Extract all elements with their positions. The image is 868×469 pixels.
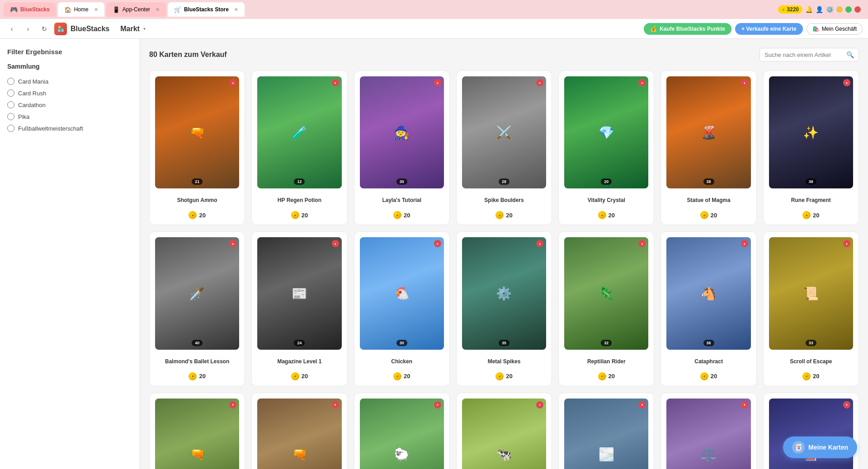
- refresh-button[interactable]: ↻: [38, 23, 51, 35]
- my-shop-button[interactable]: 🛍️ Mein Geschäft: [807, 23, 863, 35]
- app-logo: 🏪: [54, 23, 67, 35]
- card-cataphract[interactable]: 🐴 36 ♦ Cataphract ● 20: [660, 231, 756, 386]
- page-title-dropdown[interactable]: ▾: [143, 26, 146, 31]
- card-price-chicken: ● 20: [393, 372, 410, 380]
- card-fog-of-war[interactable]: 🌫️ 20 ♦ Fog of War ● 20: [558, 393, 654, 469]
- filter-pika[interactable]: Pika: [7, 111, 132, 122]
- window-minimize[interactable]: —: [836, 6, 843, 13]
- card-price-cataphract: ● 20: [700, 372, 717, 380]
- tab-appcenter[interactable]: 📱 App-Center ✕: [106, 2, 166, 17]
- tab-bsstore-close[interactable]: ✕: [234, 7, 238, 13]
- sell-card-button[interactable]: + Verkaufe eine Karte: [735, 23, 803, 35]
- card-art-shotgun-ammo: 🔫 21 ♦: [155, 76, 239, 188]
- card-badge-cataphract: ♦: [741, 240, 748, 247]
- card-badge-vitality-crystal: ♦: [638, 79, 646, 86]
- card-num-shotgun-ammo: 21: [192, 178, 203, 185]
- card-balmond[interactable]: 🗡️ 40 ♦ Balmond's Ballet Lesson ● 20: [149, 231, 245, 386]
- card-image-statue-magma: 🌋 38 ♦: [666, 76, 750, 188]
- window-maximize[interactable]: □: [845, 6, 852, 13]
- card-art-pistol-ammo: 🔫 22 ♦: [257, 399, 341, 469]
- card-art-hp-regen: 🧪 12 ♦: [257, 76, 341, 188]
- card-num-cataphract: 36: [703, 340, 714, 346]
- filter-fussball[interactable]: Fußballweltmeisterschaft: [7, 122, 132, 134]
- forward-button[interactable]: ›: [22, 23, 34, 35]
- card-art-tome-of-evil: 📕 21 ♦: [769, 399, 853, 469]
- card-name-reptilian-rider: Reptilian Rider: [587, 354, 626, 369]
- card-vitality-crystal[interactable]: 💎 20 ♦ Vitality Crystal ● 20: [558, 70, 654, 225]
- card-badge-reptilian-rider: ♦: [638, 240, 646, 247]
- filter-card-rush[interactable]: Card Rush: [7, 87, 132, 99]
- card-art-magazine: 📰 24 ♦: [257, 237, 341, 349]
- tab-bsstore[interactable]: 🛒 BlueStacks Store ✕: [168, 2, 245, 17]
- card-reptilian-rider[interactable]: 🦎 32 ♦ Reptilian Rider ● 20: [558, 231, 654, 386]
- buy-points-button[interactable]: 💰 Kaufe BlueStacks Punkte: [644, 23, 731, 35]
- tab-home[interactable]: 🏠 Home ✕: [58, 2, 104, 17]
- card-rune-fragment[interactable]: ✨ 38 ♦ Rune Fragment ● 20: [763, 70, 859, 225]
- card-smg-ammo[interactable]: 🔫 20 ♦ SMG Ammo ● 20: [149, 393, 245, 469]
- card-chicken[interactable]: 🐔 30 ♦ Chicken ● 20: [354, 231, 450, 386]
- cards-floating-icon: 🃏: [792, 441, 805, 454]
- tab-appcenter-close[interactable]: ✕: [156, 7, 160, 13]
- card-price-spike-boulders: ● 20: [495, 211, 512, 219]
- window-close[interactable]: ✕: [854, 6, 861, 13]
- card-name-shotgun-ammo: Shotgun Ammo: [177, 193, 217, 207]
- sidebar-title: Filter Ergebnisse: [7, 48, 132, 56]
- card-image-magazine: 📰 24 ♦: [257, 237, 341, 349]
- card-num-statue-magma: 38: [703, 178, 714, 185]
- card-image-hp-regen: 🧪 12 ♦: [257, 76, 341, 188]
- card-layla[interactable]: 🧙 30 ♦ Layla's Tutorial ● 20: [354, 70, 450, 225]
- coin-icon-layla: ●: [393, 211, 401, 219]
- card-metal-spikes[interactable]: ⚙️ 35 ♦ Metal Spikes ● 20: [456, 231, 552, 386]
- card-badge-balmond: ♦: [229, 240, 236, 247]
- card-pistol-ammo[interactable]: 🔫 22 ♦ Pistol Ammo ● 20: [251, 393, 347, 469]
- coin-icon-magazine: ●: [291, 372, 299, 380]
- card-art-cataphract: 🐴 36 ♦: [666, 237, 750, 349]
- card-spike-boulders[interactable]: ⚔️ 28 ♦ Spike Boulders ● 20: [456, 70, 552, 225]
- card-image-reptilian-rider: 🦎 32 ♦: [564, 237, 648, 349]
- card-art-sheep: 🐑 36 ♦: [360, 399, 444, 469]
- card-name-balmond: Balmond's Ballet Lesson: [165, 354, 229, 369]
- card-badge-shotgun-ammo: ♦: [229, 79, 236, 86]
- buy-points-icon: 💰: [650, 26, 657, 32]
- card-price-shotgun-ammo: ● 20: [189, 211, 205, 219]
- card-weighted-clothing[interactable]: ⚖️ 21 ♦ Weighted Clothing ● 20: [660, 393, 756, 469]
- card-name-metal-spikes: Metal Spikes: [488, 354, 521, 369]
- profile-icon[interactable]: 👤: [816, 6, 823, 13]
- tab-bluestacks[interactable]: 🎮 BlueStacks: [4, 2, 56, 17]
- card-num-spike-boulders: 28: [499, 178, 509, 185]
- coin-icon-rune-fragment: ●: [802, 211, 811, 219]
- search-box[interactable]: 🔍: [760, 48, 859, 61]
- my-cards-floating-button[interactable]: 🃏 Meine Karten: [783, 436, 857, 458]
- settings-icon[interactable]: ⚙️: [826, 6, 834, 13]
- browser-toolbar: ‹ › ↻ 🏪 BlueStacks Markt ▾ 💰 Kaufe BlueS…: [0, 19, 868, 39]
- card-magazine[interactable]: 📰 24 ♦ Magazine Level 1 ● 20: [251, 231, 347, 386]
- card-art-balmond: 🗡️ 40 ♦: [155, 237, 239, 349]
- filter-card-mania[interactable]: Card Mania: [7, 75, 132, 87]
- card-badge-fog-of-war: ♦: [638, 401, 646, 408]
- card-price-magazine: ● 20: [291, 372, 308, 380]
- card-shotgun-ammo[interactable]: 🔫 21 ♦ Shotgun Ammo ● 20: [149, 70, 245, 225]
- card-cow[interactable]: 🐄 32 ♦ Cow ● 20: [456, 393, 552, 469]
- card-num-balmond: 40: [192, 340, 203, 346]
- back-button[interactable]: ‹: [5, 23, 18, 35]
- card-image-chicken: 🐔 30 ♦: [360, 237, 444, 349]
- card-image-tome-of-evil: 📕 21 ♦: [769, 399, 853, 469]
- card-image-sheep: 🐑 36 ♦: [360, 399, 444, 469]
- card-num-magazine: 24: [294, 340, 305, 346]
- card-price-hp-regen: ● 20: [291, 211, 308, 219]
- card-scroll-escape[interactable]: 📜 33 ♦ Scroll of Escape ● 20: [763, 231, 859, 386]
- card-name-chicken: Chicken: [391, 354, 412, 369]
- card-price-vitality-crystal: ● 20: [598, 211, 615, 219]
- coin-icon-vitality-crystal: ●: [598, 211, 606, 219]
- card-image-cow: 🐄 32 ♦: [462, 399, 546, 469]
- filter-cardathon[interactable]: Cardathon: [7, 99, 132, 111]
- card-statue-magma[interactable]: 🌋 38 ♦ Statue of Magma ● 20: [660, 70, 756, 225]
- card-art-vitality-crystal: 💎 20 ♦: [564, 76, 648, 188]
- card-sheep[interactable]: 🐑 36 ♦ Sheep ● 20: [354, 393, 450, 469]
- tab-home-close[interactable]: ✕: [94, 7, 98, 13]
- notification-icon[interactable]: 🔔: [805, 6, 813, 13]
- search-input[interactable]: [764, 52, 844, 58]
- card-num-reptilian-rider: 32: [601, 340, 612, 346]
- card-price-statue-magma: ● 20: [700, 211, 717, 219]
- card-hp-regen[interactable]: 🧪 12 ♦ HP Regen Potion ● 20: [251, 70, 347, 225]
